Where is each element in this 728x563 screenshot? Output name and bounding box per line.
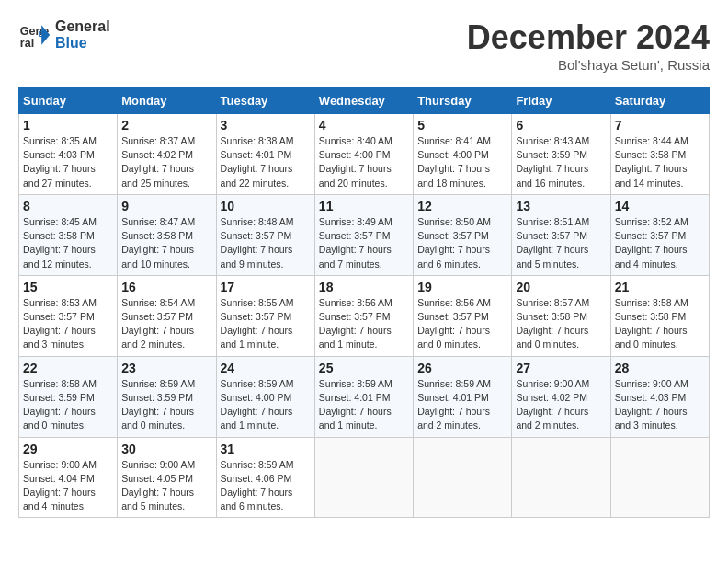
day-number: 31	[221, 442, 311, 456]
day-number: 3	[221, 118, 311, 132]
day-detail: Sunrise: 8:58 AMSunset: 3:59 PMDaylight:…	[23, 377, 113, 433]
calendar-body: 1Sunrise: 8:35 AMSunset: 4:03 PMDaylight…	[19, 114, 710, 518]
calendar-day-cell: 25Sunrise: 8:59 AMSunset: 4:01 PMDayligh…	[314, 356, 413, 437]
day-number: 23	[121, 361, 211, 375]
day-detail: Sunrise: 8:59 AMSunset: 4:00 PMDaylight:…	[221, 377, 311, 433]
day-number: 4	[319, 118, 409, 132]
day-detail: Sunrise: 8:59 AMSunset: 4:06 PMDaylight:…	[221, 458, 311, 514]
day-number: 28	[615, 361, 705, 375]
calendar-day-cell: 2Sunrise: 8:37 AMSunset: 4:02 PMDaylight…	[118, 114, 216, 195]
calendar-day-cell: 30Sunrise: 9:00 AMSunset: 4:05 PMDayligh…	[118, 437, 216, 518]
month-title: December 2024	[467, 18, 710, 57]
day-detail: Sunrise: 8:54 AMSunset: 3:57 PMDaylight:…	[121, 296, 211, 352]
day-number: 21	[615, 280, 705, 294]
day-detail: Sunrise: 8:58 AMSunset: 3:58 PMDaylight:…	[615, 296, 705, 352]
calendar-day-cell: 8Sunrise: 8:45 AMSunset: 3:58 PMDaylight…	[19, 194, 118, 275]
day-number: 17	[221, 280, 311, 294]
day-number: 26	[417, 361, 507, 375]
calendar-day-cell: 22Sunrise: 8:58 AMSunset: 3:59 PMDayligh…	[19, 356, 118, 437]
calendar-day-cell: 5Sunrise: 8:41 AMSunset: 4:00 PMDaylight…	[414, 114, 512, 195]
calendar-day-cell: 28Sunrise: 9:00 AMSunset: 4:03 PMDayligh…	[610, 356, 709, 437]
day-detail: Sunrise: 8:37 AMSunset: 4:02 PMDaylight:…	[121, 134, 211, 190]
day-number: 19	[417, 280, 507, 294]
day-detail: Sunrise: 8:35 AMSunset: 4:03 PMDaylight:…	[23, 134, 113, 190]
calendar-day-cell: 17Sunrise: 8:55 AMSunset: 3:57 PMDayligh…	[216, 275, 314, 356]
day-number: 6	[516, 118, 606, 132]
day-number: 12	[417, 199, 507, 213]
weekday-header-cell: Friday	[512, 88, 610, 114]
day-number: 10	[221, 199, 311, 213]
calendar-day-cell: 31Sunrise: 8:59 AMSunset: 4:06 PMDayligh…	[216, 437, 314, 518]
svg-text:B: B	[39, 29, 45, 39]
day-number: 7	[615, 118, 705, 132]
calendar-day-cell: 14Sunrise: 8:52 AMSunset: 3:57 PMDayligh…	[610, 194, 709, 275]
weekday-header-cell: Monday	[118, 88, 216, 114]
day-number: 13	[516, 199, 606, 213]
day-detail: Sunrise: 8:43 AMSunset: 3:59 PMDaylight:…	[516, 134, 606, 190]
calendar-week-row: 22Sunrise: 8:58 AMSunset: 3:59 PMDayligh…	[19, 356, 710, 437]
location-subtitle: Bol'shaya Setun', Russia	[467, 57, 710, 73]
calendar-day-cell	[414, 437, 512, 518]
calendar-day-cell: 1Sunrise: 8:35 AMSunset: 4:03 PMDaylight…	[19, 114, 118, 195]
day-detail: Sunrise: 8:38 AMSunset: 4:01 PMDaylight:…	[221, 134, 311, 190]
day-detail: Sunrise: 8:52 AMSunset: 3:57 PMDaylight:…	[615, 215, 705, 271]
calendar-week-row: 29Sunrise: 9:00 AMSunset: 4:04 PMDayligh…	[19, 437, 710, 518]
day-detail: Sunrise: 8:41 AMSunset: 4:00 PMDaylight:…	[417, 134, 507, 190]
day-number: 5	[417, 118, 507, 132]
day-detail: Sunrise: 8:53 AMSunset: 3:57 PMDaylight:…	[23, 296, 113, 352]
calendar-day-cell: 27Sunrise: 9:00 AMSunset: 4:02 PMDayligh…	[512, 356, 610, 437]
day-detail: Sunrise: 8:56 AMSunset: 3:57 PMDaylight:…	[417, 296, 507, 352]
day-detail: Sunrise: 8:59 AMSunset: 4:01 PMDaylight:…	[319, 377, 409, 433]
day-detail: Sunrise: 8:47 AMSunset: 3:58 PMDaylight:…	[121, 215, 211, 271]
day-detail: Sunrise: 8:40 AMSunset: 4:00 PMDaylight:…	[319, 134, 409, 190]
calendar-day-cell: 23Sunrise: 8:59 AMSunset: 3:59 PMDayligh…	[118, 356, 216, 437]
day-detail: Sunrise: 9:00 AMSunset: 4:04 PMDaylight:…	[23, 458, 113, 514]
day-detail: Sunrise: 8:50 AMSunset: 3:57 PMDaylight:…	[417, 215, 507, 271]
title-block: December 2024 Bol'shaya Setun', Russia	[467, 18, 710, 73]
calendar-header-row: SundayMondayTuesdayWednesdayThursdayFrid…	[19, 88, 710, 114]
day-detail: Sunrise: 8:48 AMSunset: 3:57 PMDaylight:…	[221, 215, 311, 271]
day-detail: Sunrise: 8:59 AMSunset: 4:01 PMDaylight:…	[417, 377, 507, 433]
calendar-week-row: 15Sunrise: 8:53 AMSunset: 3:57 PMDayligh…	[19, 275, 710, 356]
calendar-day-cell: 21Sunrise: 8:58 AMSunset: 3:58 PMDayligh…	[610, 275, 709, 356]
calendar-day-cell: 4Sunrise: 8:40 AMSunset: 4:00 PMDaylight…	[314, 114, 413, 195]
calendar-day-cell: 29Sunrise: 9:00 AMSunset: 4:04 PMDayligh…	[19, 437, 118, 518]
calendar-day-cell: 16Sunrise: 8:54 AMSunset: 3:57 PMDayligh…	[118, 275, 216, 356]
day-number: 29	[23, 442, 113, 456]
day-number: 9	[121, 199, 211, 213]
day-number: 2	[121, 118, 211, 132]
day-number: 11	[319, 199, 409, 213]
calendar-day-cell: 24Sunrise: 8:59 AMSunset: 4:00 PMDayligh…	[216, 356, 314, 437]
calendar-day-cell: 19Sunrise: 8:56 AMSunset: 3:57 PMDayligh…	[414, 275, 512, 356]
day-detail: Sunrise: 8:44 AMSunset: 3:58 PMDaylight:…	[615, 134, 705, 190]
day-detail: Sunrise: 8:57 AMSunset: 3:58 PMDaylight:…	[516, 296, 606, 352]
day-detail: Sunrise: 9:00 AMSunset: 4:05 PMDaylight:…	[121, 458, 211, 514]
day-number: 1	[23, 118, 113, 132]
calendar-day-cell	[512, 437, 610, 518]
page-header: Gene ral B General Blue December 2024 Bo…	[18, 18, 710, 73]
calendar-day-cell: 13Sunrise: 8:51 AMSunset: 3:57 PMDayligh…	[512, 194, 610, 275]
day-number: 20	[516, 280, 606, 294]
logo: Gene ral B General Blue	[18, 18, 110, 52]
weekday-header-cell: Wednesday	[314, 88, 413, 114]
calendar-week-row: 8Sunrise: 8:45 AMSunset: 3:58 PMDaylight…	[19, 194, 710, 275]
calendar-day-cell: 15Sunrise: 8:53 AMSunset: 3:57 PMDayligh…	[19, 275, 118, 356]
day-number: 14	[615, 199, 705, 213]
day-detail: Sunrise: 9:00 AMSunset: 4:03 PMDaylight:…	[615, 377, 705, 433]
day-detail: Sunrise: 8:55 AMSunset: 3:57 PMDaylight:…	[221, 296, 311, 352]
day-number: 15	[23, 280, 113, 294]
day-number: 24	[221, 361, 311, 375]
weekday-header-cell: Sunday	[19, 88, 118, 114]
logo-icon: Gene ral B	[18, 18, 51, 52]
calendar-day-cell: 11Sunrise: 8:49 AMSunset: 3:57 PMDayligh…	[314, 194, 413, 275]
calendar-week-row: 1Sunrise: 8:35 AMSunset: 4:03 PMDaylight…	[19, 114, 710, 195]
day-number: 16	[121, 280, 211, 294]
calendar-day-cell	[610, 437, 709, 518]
day-number: 8	[23, 199, 113, 213]
weekday-header-cell: Tuesday	[216, 88, 314, 114]
calendar-day-cell: 12Sunrise: 8:50 AMSunset: 3:57 PMDayligh…	[414, 194, 512, 275]
calendar-day-cell	[314, 437, 413, 518]
day-number: 27	[516, 361, 606, 375]
day-number: 25	[319, 361, 409, 375]
day-detail: Sunrise: 8:51 AMSunset: 3:57 PMDaylight:…	[516, 215, 606, 271]
